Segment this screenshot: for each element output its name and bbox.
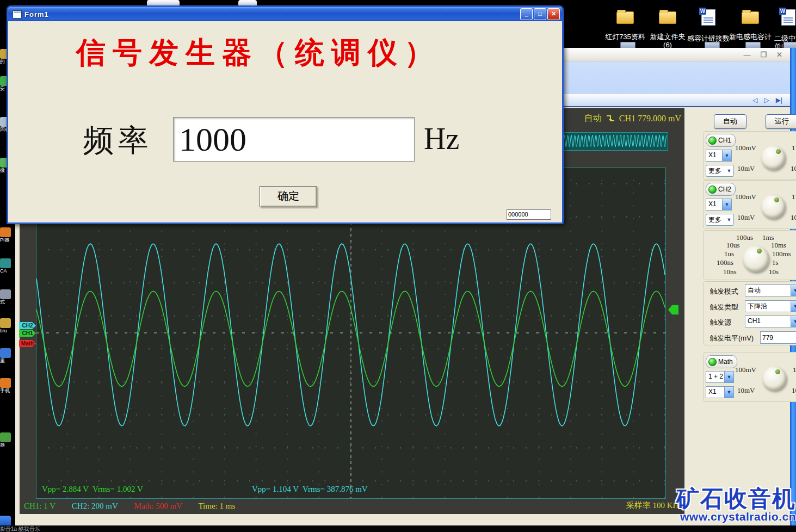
trigger-group: 触发模式 自动▼ 触发类型 下降沿▼ 触发源 CH1▼ 触发电平(mV) [703, 281, 796, 345]
knob-label: 10V [791, 164, 796, 173]
ch1-more-button[interactable]: 更多▼ [706, 165, 734, 177]
ch2-scale: CH2: 200 mV [72, 502, 118, 510]
math-operation-select[interactable]: 1 + 2▼ [706, 371, 734, 383]
trigger-level-arrow[interactable] [668, 304, 678, 316]
desktop-icon-label: 新电感电容计 [729, 33, 772, 41]
ok-button[interactable]: 确定 [260, 186, 317, 207]
math-scale-select[interactable]: X1▼ [706, 386, 734, 398]
knob-label: 10mV [737, 213, 755, 222]
form1-title: Form1 [24, 10, 49, 18]
ch2-measurements: Vpp= 1.104 V Vrms= 387.876 mV Duty Cycle… [252, 456, 368, 532]
math-volts-knob[interactable] [762, 367, 786, 391]
desktop-icon-fragment: tiru [0, 318, 14, 333]
ch1-led-icon [708, 137, 717, 145]
waveform-preview-strip[interactable] [564, 132, 668, 151]
preview-waveform [564, 133, 667, 149]
desktop-icon-fragment: CA [0, 258, 14, 274]
ch2-led-icon [708, 185, 717, 194]
desktop-icon-fragment: 式 [0, 289, 14, 305]
watermark: 矿石收音机 www.crystalradio.cn [642, 487, 796, 523]
folder-icon [616, 11, 634, 24]
knob-label: 1V [793, 366, 796, 374]
knob-label: 10mV [737, 386, 755, 395]
chevron-down-icon: ▼ [791, 285, 796, 296]
math-scale: Math: 500 mV [134, 502, 182, 510]
timebase-label: 1s [772, 258, 779, 267]
trigger-level-input[interactable] [760, 331, 796, 344]
timebase-label: 100ms [772, 250, 791, 258]
trigger-source-select[interactable]: CH1▼ [745, 316, 796, 327]
folder-icon [659, 11, 676, 24]
knob-label: 10V [792, 386, 796, 395]
last-page-icon[interactable]: ▶| [776, 96, 782, 104]
ch1-volts-knob[interactable] [761, 146, 785, 170]
auto-button[interactable]: 自动 [714, 114, 746, 129]
ch2-more-button[interactable]: 更多▼ [706, 214, 734, 226]
minimize-button[interactable]: _ [520, 8, 533, 20]
math-position-tag[interactable]: Math [19, 340, 36, 347]
knob-label: 10V [791, 213, 796, 222]
timebase-label: 10ns [723, 268, 737, 276]
run-button[interactable]: 运行 [766, 114, 796, 129]
ch1-enable-button[interactable]: CH1 [706, 134, 736, 147]
ch2-volts-knob[interactable] [761, 195, 785, 219]
trigger-mode-readout: 自动 [584, 113, 602, 124]
ch2-probe-select[interactable]: X1▼ [706, 199, 732, 211]
close-button[interactable]: ✕ [547, 8, 560, 20]
next-page-icon[interactable]: ▷ [764, 96, 769, 104]
knob-label: 100mV [735, 366, 756, 374]
timebase-label: 1us [724, 250, 734, 258]
window-fragment [147, 0, 180, 5]
trigger-type-select[interactable]: 下降沿▼ [745, 300, 796, 312]
minimize-icon[interactable]: — [743, 51, 750, 59]
ch2-position-tag[interactable]: CH2 [19, 322, 36, 329]
taskbar-icon-fragment [0, 516, 11, 525]
watermark-title: 矿石收音机 [642, 487, 796, 510]
timebase-label: 100ns [717, 258, 733, 267]
word-document-icon [781, 9, 795, 26]
chevron-down-icon: ▼ [722, 199, 731, 210]
ch1-position-tag[interactable]: CH1 [19, 330, 36, 337]
timebase-label: 10s [769, 268, 779, 276]
timebase-knob[interactable] [743, 246, 769, 272]
watermark-url: www.crystalradio.cn [642, 510, 796, 523]
timebase-label: 10us [726, 241, 740, 250]
knob-label: 100mV [735, 144, 756, 152]
desktop-icon-label: 新建文件夹 (6) [646, 33, 689, 50]
frequency-input[interactable] [173, 117, 415, 162]
desktop-icon-fragment: 里 [0, 348, 14, 363]
window-fragment [238, 0, 257, 5]
chevron-down-icon: ▼ [725, 214, 733, 225]
knob-label: 10mV [737, 164, 755, 173]
form1-titlebar[interactable]: Form1 _ □ ✕ [8, 7, 562, 21]
maximize-button[interactable]: □ [534, 8, 546, 20]
maximize-icon[interactable]: ❐ [760, 51, 767, 59]
trigger-readout: 自动 CH1 779.000 mV [584, 113, 681, 124]
close-icon[interactable]: ✕ [776, 51, 782, 59]
trigger-level-readout: CH1 779.000 mV [619, 114, 681, 123]
math-group: Math 1 + 2▼ X1▼ 100mV 1V 10mV 10V [703, 352, 796, 402]
form-icon [13, 10, 22, 18]
trigger-source-label: 触发源 [710, 318, 731, 327]
ch1-measurements: Vpp= 2.884 V Vrms= 1.002 V Duty Cycle 51… [42, 456, 143, 532]
frequency-label: 频率 [83, 120, 153, 162]
prev-page-icon[interactable]: ◁ [752, 96, 757, 104]
knob-label: 100mV [735, 193, 756, 201]
ch1-group: CH1 X1▼ 更多▼ 100mV 1V 10mV 10V [703, 131, 796, 180]
bottom-desktop-strip: 影音1a 酷我音乐 [0, 525, 796, 532]
ch2-group: CH2 X1▼ 更多▼ 100mV 1V 10mV 10V [703, 180, 796, 229]
ch1-probe-select[interactable]: X1▼ [706, 150, 732, 162]
unit-label: Hz [424, 121, 459, 156]
desktop-label-fragments: 影音1a 酷我音乐 [0, 526, 40, 532]
time-scale: Time: 1 ms [198, 502, 235, 510]
trigger-mode-select[interactable]: 自动▼ [745, 284, 796, 296]
ch2-enable-button[interactable]: CH2 [706, 183, 736, 196]
aux-value-input[interactable] [507, 209, 551, 220]
math-enable-button[interactable]: Math [706, 355, 737, 368]
knob-label: 1V [792, 193, 796, 201]
chevron-down-icon: ▼ [722, 150, 731, 161]
folder-icon [742, 11, 759, 24]
trigger-type-label: 触发类型 [710, 302, 738, 312]
scale-status-row: CH1: 1 V CH2: 200 mV Math: 500 mV Time: … [24, 502, 680, 511]
timebase-label: 10ms [771, 241, 786, 250]
